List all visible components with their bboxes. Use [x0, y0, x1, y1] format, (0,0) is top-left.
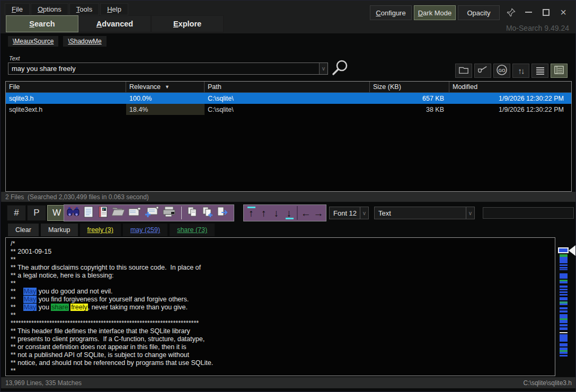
- match-tab-clear[interactable]: Clear: [8, 224, 39, 236]
- match-tab-freely-3[interactable]: freely (3): [80, 224, 121, 236]
- next-file-button-icon: →: [314, 208, 324, 218]
- results-status-text: 2 Files (Searched 2,030,499 files in 0.0…: [5, 193, 149, 201]
- column-header-path[interactable]: Path: [205, 82, 370, 92]
- menu-tools[interactable]: Tools: [69, 3, 99, 15]
- preview-line: ** This header file defines the interfac…: [11, 327, 555, 335]
- first-match-button[interactable]: ↑: [245, 205, 258, 221]
- configure-button[interactable]: Configure: [370, 5, 412, 20]
- preview-line: **: [11, 367, 555, 375]
- menu-options[interactable]: Options: [31, 3, 68, 15]
- match-map-position-marker[interactable]: [558, 247, 569, 253]
- close-button[interactable]: ×: [555, 5, 571, 20]
- pipe-icon: [477, 65, 489, 77]
- menu-help[interactable]: Help: [100, 3, 128, 15]
- column-header-size-kb[interactable]: Size (KB): [370, 82, 449, 92]
- list-view-button[interactable]: [531, 64, 548, 78]
- result-row-sqlite3-h[interactable]: sqlite3.h100.0%C:\sqlite\657 KB1/9/2026 …: [6, 93, 571, 104]
- pin-icon[interactable]: [503, 5, 519, 20]
- result-row-sqlite3ext-h[interactable]: sqlite3ext.h18.4%C:\sqlite\38 KB1/9/2026…: [6, 104, 571, 115]
- match-tabs: ClearMarkupfreely (3)may (259)share (73): [8, 224, 215, 236]
- opacity-button[interactable]: Opacity: [458, 5, 500, 20]
- menu-file[interactable]: File: [5, 3, 30, 15]
- column-header-relevance[interactable]: Relevance▼: [126, 82, 205, 92]
- print-button[interactable]: [162, 206, 176, 220]
- preview-line: ** presents to client programs. If a C-f…: [11, 335, 555, 343]
- maximize-button[interactable]: [538, 5, 554, 20]
- column-header-file[interactable]: File: [6, 82, 126, 92]
- email-button[interactable]: [128, 206, 141, 220]
- last-match-button[interactable]: ↓: [283, 205, 296, 221]
- match-map-scrollbar[interactable]: [560, 254, 568, 357]
- cell-modified: 1/9/2026 12:30:22 PM: [449, 106, 569, 113]
- open-containing-folder-button[interactable]: [111, 206, 125, 220]
- search-box: v: [8, 63, 328, 75]
- view-notes-button[interactable]: [83, 206, 94, 220]
- svg-text:GO: GO: [498, 67, 506, 73]
- preview-filter-input[interactable]: [483, 207, 574, 219]
- font-size-value: Font 12: [330, 209, 360, 217]
- email-add-button[interactable]: [144, 206, 159, 220]
- address-book-button[interactable]: [97, 206, 109, 220]
- cell-path: C:\sqlite\: [205, 106, 370, 113]
- source-button-meauxsource[interactable]: \MeauxSource: [8, 36, 58, 47]
- limit-bar: [247, 207, 255, 208]
- previous-match-button[interactable]: ↑: [258, 205, 270, 221]
- search-input[interactable]: [8, 63, 319, 74]
- find-in-file-button[interactable]: [66, 206, 80, 220]
- window-controls: ×: [503, 5, 571, 20]
- up-down-arrows-icon: ↑↓: [518, 66, 524, 75]
- open-folder-button[interactable]: [455, 64, 472, 78]
- match-tab-may-259[interactable]: may (259): [123, 224, 167, 236]
- line-numbers-button[interactable]: #: [7, 205, 26, 221]
- format-select[interactable]: Text v: [374, 207, 475, 219]
- match-tab-share-73[interactable]: share (73): [170, 224, 215, 236]
- toolbar-separator: [297, 206, 298, 220]
- first-match-button-icon: ↑: [249, 208, 254, 218]
- tab-explore[interactable]: Explore: [151, 15, 224, 32]
- search-field-label: Text: [9, 55, 20, 61]
- copy-icon: [187, 210, 198, 219]
- tab-search[interactable]: Search: [6, 15, 78, 32]
- match-highlight-share: share: [51, 304, 68, 311]
- match-tab-markup[interactable]: Markup: [41, 224, 78, 236]
- cell-modified: 1/9/2026 12:30:22 PM: [449, 95, 569, 102]
- preview-line: ** a legal notice, here is a blessing:: [11, 272, 555, 280]
- match-map-bar: [560, 314, 568, 318]
- copy-button[interactable]: [187, 206, 198, 220]
- cell-relevance: 18.4%: [126, 104, 205, 115]
- file-preview-pane[interactable]: /*** 2001-09-15**** The author disclaims…: [5, 237, 555, 376]
- previous-file-button[interactable]: ←: [299, 205, 312, 221]
- menu-bar: FileOptionsToolsHelp: [5, 3, 128, 15]
- font-dropdown-icon[interactable]: v: [360, 207, 368, 219]
- search-history-dropdown-icon[interactable]: v: [319, 63, 327, 74]
- pipe-button[interactable]: [474, 64, 491, 78]
- sort-order-button[interactable]: ↑↓: [512, 64, 529, 78]
- results-status-bar: 2 Files (Searched 2,030,499 files in 0.0…: [1, 192, 576, 202]
- details-view-button[interactable]: [551, 64, 568, 78]
- dark-mode-button[interactable]: Dark Mode: [414, 5, 456, 20]
- tab-advanced[interactable]: Advanced: [78, 15, 151, 32]
- export-button[interactable]: [216, 206, 229, 220]
- next-file-button[interactable]: →: [312, 205, 325, 221]
- cell-path: C:\sqlite\: [205, 95, 370, 102]
- copy-append-button[interactable]: [201, 206, 214, 220]
- column-header-modified[interactable]: Modified: [449, 82, 569, 92]
- format-dropdown-icon[interactable]: v: [466, 207, 474, 219]
- search-button[interactable]: [330, 58, 350, 81]
- minimize-button[interactable]: [520, 5, 536, 20]
- match-highlight-freely: freely: [70, 304, 88, 311]
- next-match-button[interactable]: ↓: [270, 205, 283, 221]
- source-button-shadowme[interactable]: \ShadowMe: [63, 36, 106, 47]
- cell-file: sqlite3ext.h: [6, 106, 126, 113]
- preview-line: **: [11, 256, 555, 264]
- go-button[interactable]: GO: [493, 64, 510, 78]
- font-size-select[interactable]: Font 12 v: [329, 207, 369, 219]
- cell-size: 38 KB: [370, 106, 449, 113]
- match-highlight-may: May: [23, 288, 37, 295]
- main-tabs: SearchAdvancedExplore: [6, 15, 224, 32]
- cell-file: sqlite3.h: [6, 95, 126, 102]
- envelope-plus-icon: [144, 211, 159, 220]
- preview-button[interactable]: P: [27, 205, 46, 221]
- limit-bar: [286, 218, 294, 219]
- results-table-header: FileRelevance▼PathSize (KB)Modified: [6, 82, 571, 93]
